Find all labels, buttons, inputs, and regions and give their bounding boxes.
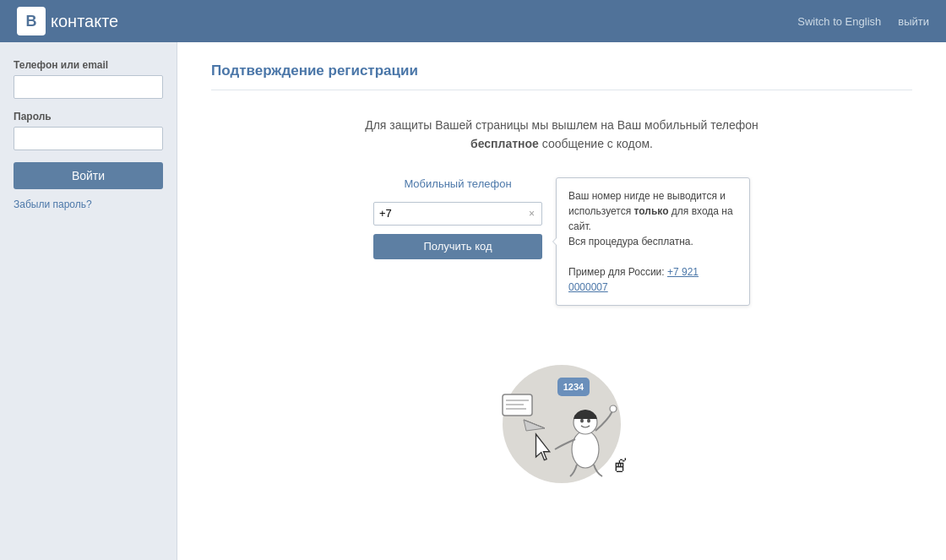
get-code-button[interactable]: Получить код	[373, 234, 542, 259]
svg-point-11	[580, 418, 584, 422]
switch-language-link[interactable]: Switch to English	[797, 15, 881, 28]
main-inner: Подтверждение регистрации Для защиты Ваш…	[177, 42, 946, 506]
tooltip: Ваш номер нигде не выводится и используе…	[556, 177, 750, 306]
header: В контакте Switch to English выйти	[0, 0, 946, 42]
form-left: Мобильный телефон × Получить код	[373, 177, 542, 259]
password-label: Пароль	[14, 111, 163, 122]
description-line2: сообщение с кодом.	[542, 137, 653, 150]
forgot-password-link[interactable]: Забыли пароль?	[14, 198, 92, 210]
illustration-svg: 1234	[477, 331, 646, 483]
tooltip-bold: только	[634, 205, 669, 217]
page-title: Подтверждение регистрации	[211, 63, 912, 90]
illustration: 1234	[211, 331, 912, 486]
svg-point-12	[587, 418, 590, 422]
tooltip-line1: Ваш номер нигде не выводится и используе…	[568, 190, 733, 232]
main-content: Подтверждение регистрации Для защиты Ваш…	[177, 42, 946, 560]
svg-point-9	[572, 431, 599, 468]
logo: В контакте	[17, 7, 118, 35]
logo-letter: В	[26, 13, 37, 30]
header-right: Switch to English выйти	[797, 15, 929, 28]
description-line1: Для защиты Вашей страницы мы вышлем на В…	[365, 118, 758, 132]
svg-text:1234: 1234	[563, 382, 584, 392]
mobile-phone-input[interactable]	[379, 207, 527, 220]
login-button[interactable]: Войти	[14, 162, 163, 189]
logo-text: контакте	[51, 12, 118, 31]
logout-link[interactable]: выйти	[898, 15, 929, 28]
description-bold: бесплатное	[470, 137, 539, 150]
tooltip-line4: Вся процедура бесплатна.	[568, 236, 693, 247]
phone-label: Телефон или email	[14, 59, 163, 71]
phone-input[interactable]	[14, 75, 163, 99]
svg-point-13	[610, 405, 617, 412]
sidebar: Телефон или email Пароль Войти Забыли па…	[0, 42, 177, 560]
mobile-field-label: Мобильный телефон	[373, 177, 542, 190]
form-area: Мобильный телефон × Получить код Ваш ном…	[211, 177, 912, 306]
phone-input-wrapper: ×	[373, 202, 542, 226]
tooltip-example-label: Пример для России:	[568, 266, 667, 278]
logo-icon: В	[17, 7, 46, 35]
layout: Телефон или email Пароль Войти Забыли па…	[0, 42, 946, 560]
phone-clear-icon[interactable]: ×	[527, 208, 536, 220]
description: Для защиты Вашей страницы мы вышлем на В…	[211, 116, 912, 154]
password-input[interactable]	[14, 127, 163, 150]
